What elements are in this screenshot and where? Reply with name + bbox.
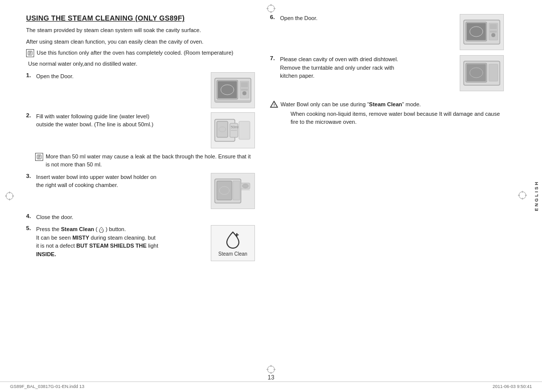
- steam-clean-label: Steam Clean: [218, 251, 247, 257]
- step7: 7. Please clean cavity of oven with drie…: [270, 55, 504, 91]
- crosshair-left: [5, 191, 14, 201]
- step7-text: Please clean cavity of oven with dried d…: [280, 55, 456, 80]
- step2-content: 2. Fill with water following guide line …: [26, 112, 207, 129]
- intro-line2: After using steam clean function, you ca…: [26, 38, 255, 46]
- step5-number: 5.: [26, 225, 33, 231]
- warning-triangle-icon: !: [270, 101, 278, 109]
- svg-point-64: [267, 366, 275, 373]
- svg-text:+: +: [101, 228, 102, 231]
- step5: 5. Press the Steam Clean ( + ) button. I…: [26, 225, 255, 261]
- step4-number: 4.: [26, 213, 33, 219]
- svg-point-21: [242, 91, 246, 95]
- main-content: USING THE STEAM CLEANING (ONLY GS89F) Th…: [26, 14, 504, 360]
- right-column: 6. Open the Door.: [265, 14, 504, 360]
- note1-text: Use this function only after the oven ha…: [37, 49, 233, 57]
- step6-number: 6.: [270, 14, 277, 20]
- svg-rect-49: [490, 24, 497, 29]
- step6: 6. Open the Door.: [270, 14, 504, 50]
- svg-rect-29: [239, 121, 250, 139]
- step3-text: Insert water bowl into upper water bowl …: [36, 173, 207, 189]
- footer-right: 2011-06-03 9:50:41: [492, 384, 532, 389]
- step7-number: 7.: [270, 55, 277, 61]
- section-title: USING THE STEAM CLEANING (ONLY GS89F): [26, 14, 255, 22]
- note2: More than 50 ml water may cause a leak a…: [35, 152, 255, 169]
- step6-image: [460, 14, 504, 50]
- svg-text:!: !: [274, 103, 275, 107]
- steam-clean-button-image: Steam Clean: [211, 225, 255, 261]
- step1-content: 1. Open the Door.: [26, 72, 207, 81]
- step3-content: 3. Insert water bowl into upper water bo…: [26, 173, 207, 189]
- step6-content: 6. Open the Door.: [270, 14, 456, 23]
- english-label: ENGLISH: [534, 180, 539, 211]
- step6-text: Open the Door.: [280, 14, 456, 23]
- crosshair-bottom: [266, 365, 276, 374]
- page-container: ENGLISH USING THE STEAM CLEANING (ONLY G…: [0, 0, 542, 392]
- svg-point-39: [242, 184, 248, 188]
- svg-text:50ml: 50ml: [231, 125, 239, 129]
- warning-text: Water Bowl only can be use during “Steam…: [281, 101, 421, 107]
- svg-rect-22: [215, 100, 251, 102]
- note2-icon: [35, 153, 43, 161]
- step3-number: 3.: [26, 173, 33, 179]
- svg-rect-37: [233, 181, 240, 200]
- step4-text: Close the door.: [36, 213, 255, 222]
- step5-content: 5. Press the Steam Clean ( + ) button. I…: [26, 225, 207, 258]
- footer-left: GS89F_BAL_03817G-01-EN.indd 13: [10, 384, 84, 389]
- page-number: 13: [267, 374, 274, 381]
- step1-image: [211, 72, 255, 108]
- footer-bar: GS89F_BAL_03817G-01-EN.indd 13 2011-06-0…: [0, 381, 542, 389]
- step7-image: [460, 55, 504, 91]
- step2: 2. Fill with water following guide line …: [26, 112, 255, 148]
- note1: Use this function only after the oven ha…: [26, 49, 255, 57]
- normal-water-text: Use normal water only,and no distilled w…: [26, 60, 255, 68]
- step7-content: 7. Please clean cavity of oven with drie…: [270, 55, 456, 80]
- step1-number: 1.: [26, 72, 33, 78]
- step1-text: Open the Door.: [36, 72, 207, 81]
- svg-rect-20: [241, 89, 248, 91]
- note1-icon: [26, 49, 34, 57]
- english-label-wrapper: ENGLISH: [531, 0, 542, 392]
- note2-text: More than 50 ml water may cause a leak a…: [46, 152, 255, 169]
- svg-point-59: [519, 192, 526, 199]
- step2-text: Fill with water following guide line (wa…: [36, 112, 207, 129]
- svg-rect-24: [217, 121, 228, 137]
- crosshair-top: [266, 4, 276, 13]
- step4: 4. Close the door.: [26, 213, 255, 222]
- left-column: USING THE STEAM CLEANING (ONLY GS89F) Th…: [26, 14, 265, 360]
- intro-line1: The steam provided by steam clean system…: [26, 26, 255, 35]
- step3: 3. Insert water bowl into upper water bo…: [26, 173, 255, 209]
- warning-sub-text: When cooking non-liquid items, remove wa…: [281, 110, 504, 126]
- step3-image: [211, 173, 255, 209]
- step2-number: 2.: [26, 112, 33, 118]
- svg-point-5: [6, 192, 13, 200]
- svg-rect-50: [490, 31, 497, 33]
- step5-text: Press the Steam Clean ( + ) button. It c…: [36, 225, 207, 258]
- svg-rect-19: [241, 82, 248, 87]
- step1: 1. Open the Door.: [26, 72, 255, 108]
- step2-image: 50ml: [211, 112, 255, 148]
- footer: 13: [0, 374, 542, 381]
- svg-point-51: [491, 33, 495, 37]
- svg-rect-56: [489, 64, 498, 81]
- svg-point-0: [267, 5, 275, 12]
- warning-row: ! Water Bowl only can be use during “Ste…: [270, 100, 504, 126]
- crosshair-right: [518, 191, 527, 202]
